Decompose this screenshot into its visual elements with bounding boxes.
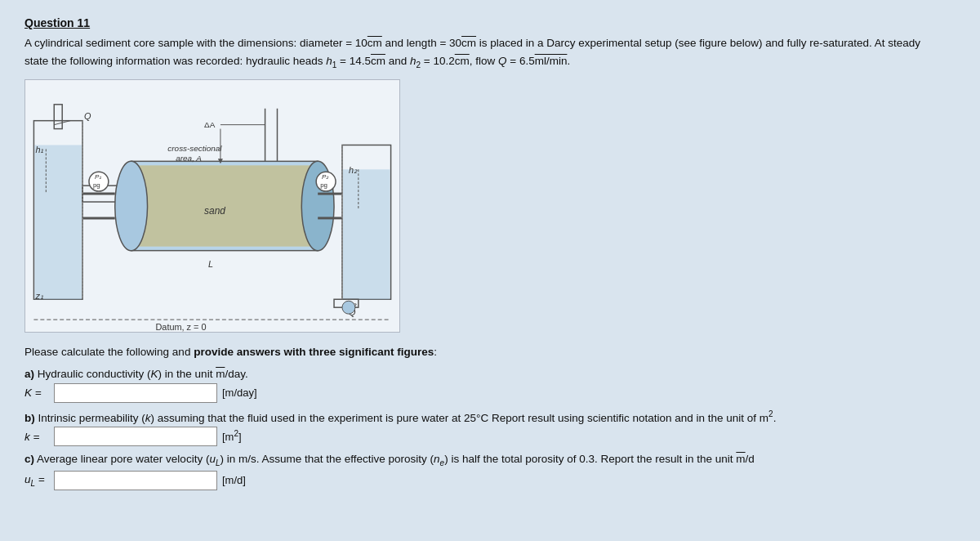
svg-point-33 xyxy=(342,302,355,315)
svg-text:h₁: h₁ xyxy=(35,145,43,155)
svg-rect-2 xyxy=(34,145,82,300)
instructions-bold: provide answers with three significant f… xyxy=(194,346,434,358)
svg-text:ΔA: ΔA xyxy=(204,120,216,129)
part-c-input[interactable] xyxy=(54,471,217,490)
svg-text:sand: sand xyxy=(204,205,225,217)
part-c-label: c) Average linear pore water velocity (u… xyxy=(24,453,956,467)
part-b-label: b) Intrinsic permeability (k) assuming t… xyxy=(24,409,956,424)
instructions-text: Please calculate the following and provi… xyxy=(24,344,923,360)
part-c-unit: [m/d] xyxy=(222,474,246,486)
svg-text:cross-sectional: cross-sectional xyxy=(167,145,222,154)
svg-text:h₂: h₂ xyxy=(349,166,358,176)
part-a-label: a) Hydraulic conductivity (K) in the uni… xyxy=(24,368,956,380)
svg-text:Datum, z = 0: Datum, z = 0 xyxy=(155,322,206,332)
question-title: Question 11 xyxy=(24,16,956,29)
svg-point-10 xyxy=(115,162,148,251)
svg-text:Q: Q xyxy=(84,111,91,121)
svg-text:P₁: P₁ xyxy=(95,173,101,181)
part-c-var: uL = xyxy=(24,473,49,488)
figure-container: sand ΔA cross-sectional area, A h₁ h₂ z₁… xyxy=(24,79,400,333)
part-a-row: K = [m/day] xyxy=(24,383,956,403)
question-text: A cylindrical sediment core sample with … xyxy=(24,34,923,71)
part-b-unit: [m2] xyxy=(222,429,242,443)
part-a-input[interactable] xyxy=(54,383,217,403)
svg-text:z₁: z₁ xyxy=(34,292,42,302)
svg-text:pg: pg xyxy=(93,181,100,189)
svg-text:area, A: area, A xyxy=(176,154,202,163)
part-a-unit: [m/day] xyxy=(222,387,257,399)
part-b-input[interactable] xyxy=(54,427,217,446)
svg-text:P₂: P₂ xyxy=(322,173,329,181)
part-a-var: K = xyxy=(24,387,49,399)
part-b-var: k = xyxy=(24,431,49,443)
part-c-row: uL = [m/d] xyxy=(24,471,956,490)
part-b-row: k = [m2] xyxy=(24,427,956,446)
svg-text:pg: pg xyxy=(320,181,327,189)
svg-text:L: L xyxy=(208,259,213,269)
darcy-figure: sand ΔA cross-sectional area, A h₁ h₂ z₁… xyxy=(25,80,399,332)
svg-rect-6 xyxy=(343,170,390,300)
